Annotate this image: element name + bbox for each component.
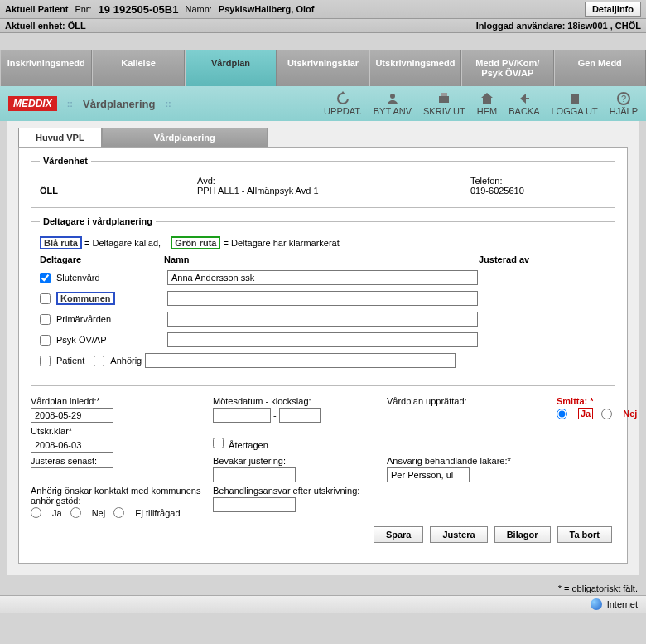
tel-value: 019-6025610 [470, 186, 524, 196]
toolbar-skrivut[interactable]: SKRIV UT [423, 91, 465, 116]
patient-label: Patient [56, 356, 84, 366]
svg-rect-2 [441, 93, 447, 96]
deltagare-check-1[interactable] [40, 293, 51, 304]
anhorig-label: Anhörig [110, 356, 142, 366]
svg-text:?: ? [621, 94, 626, 104]
motes-date-input[interactable] [213, 408, 271, 423]
deltagare-label-1: Kommunen [56, 293, 115, 303]
tabort-button[interactable]: Ta bort [557, 526, 612, 543]
smitta-label: Smitta: * [557, 396, 594, 406]
avd-value: PPH ALL1 - Allmänpsyk Avd 1 [197, 186, 319, 196]
justera-button[interactable]: Justera [430, 526, 487, 543]
toolbar-loggaut[interactable]: LOGGA UT [552, 91, 598, 116]
tab-5[interactable]: Medd PV/Kom/ Psyk ÖV/AP [461, 50, 553, 86]
blue-box-legend: Blå ruta [40, 236, 82, 249]
inner-tab-vardplanering[interactable]: Vårdplanering [102, 128, 268, 147]
atertagen-label: Återtagen [229, 440, 268, 450]
smitta-ja-label: Ja [578, 408, 593, 419]
toolbar-bytanv[interactable]: BYT ANV [374, 91, 412, 116]
pnr-value: 19 192505-05B1 [99, 3, 179, 16]
inner-tab-huvud[interactable]: Huvud VPL [18, 128, 102, 147]
deltagare-input-0[interactable] [167, 270, 478, 285]
tab-2[interactable]: Vårdplan [185, 50, 277, 86]
globe-icon [591, 598, 602, 610]
unit-label: Aktuell enhet: ÖLL [5, 21, 86, 31]
smitta-nej-radio[interactable] [601, 409, 612, 419]
deltagare-input-3[interactable] [167, 332, 478, 347]
deltagare-input-1[interactable] [167, 291, 478, 306]
status-text: Internet [607, 599, 638, 609]
mandatory-note: * = obligatoriskt fält. [0, 582, 646, 595]
justeras-input[interactable] [31, 467, 113, 482]
inledd-label: Vårdplan inledd:* [31, 396, 205, 406]
name-label: Namn: [185, 4, 211, 14]
deltagare-check-0[interactable] [40, 273, 51, 283]
inledd-input[interactable] [31, 408, 113, 423]
spara-button[interactable]: Spara [374, 526, 424, 543]
unit-value: ÖLL [40, 186, 58, 196]
tab-1[interactable]: Kallelse [92, 50, 184, 86]
bevakar-input[interactable] [213, 467, 296, 482]
toolbar-backa[interactable]: BACKA [509, 91, 539, 116]
patient-checkbox[interactable] [40, 356, 51, 366]
toolbar-hjlp[interactable]: ?HJÄLP [610, 91, 638, 116]
bilagor-button[interactable]: Bilagor [494, 526, 551, 543]
deltagare-input-2[interactable] [167, 312, 478, 327]
atertagen-checkbox[interactable] [213, 438, 224, 448]
motes-time-input[interactable] [279, 408, 321, 423]
svg-point-0 [390, 94, 395, 99]
deltagare-label-0: Slutenvård [56, 273, 100, 283]
tab-4[interactable]: Utskrivningsmedd [369, 50, 461, 86]
motes-label: Mötesdatum - klockslag: [213, 396, 378, 406]
toolbar-uppdat[interactable]: UPPDAT. [324, 91, 362, 116]
patient-anhorig-input[interactable] [145, 353, 456, 368]
deltagare-check-2[interactable] [40, 314, 51, 325]
tab-3[interactable]: Utskrivningsklar [277, 50, 369, 86]
justeras-label: Justeras senast: [31, 456, 205, 466]
green-text: = Deltagare har klarmarkerat [220, 238, 339, 248]
pnr-label: Pnr: [75, 4, 91, 14]
anh-ej-radio[interactable] [113, 507, 124, 518]
logo: MEDDIX [8, 96, 57, 111]
svg-rect-3 [571, 94, 579, 104]
deltagare-check-3[interactable] [40, 335, 51, 346]
avd-label: Avd: [197, 176, 215, 186]
col-deltagare: Deltagare [40, 254, 164, 264]
tab-0[interactable]: Inskrivningsmedd [0, 50, 92, 86]
ansvarig-input[interactable] [387, 467, 470, 482]
tab-6[interactable]: Gen Medd [554, 50, 646, 86]
toolbar-title: Vårdplanering [83, 98, 155, 110]
green-box-legend: Grön ruta [171, 236, 220, 249]
utskr-input[interactable] [31, 438, 113, 453]
anhorig-checkbox[interactable] [94, 356, 104, 366]
uppr-label: Vårdplan upprättad: [387, 396, 548, 406]
patient-label: Aktuell Patient [5, 4, 68, 14]
user-label: Inloggad användare: 18isw001 , CHÖL [476, 21, 641, 31]
tel-label: Telefon: [470, 176, 503, 186]
anh-ja-radio[interactable] [31, 507, 41, 518]
behandling-input[interactable] [213, 497, 296, 512]
name-value: PsykIswHallberg, Olof [219, 4, 315, 14]
detail-button[interactable]: Detaljinfo [585, 2, 641, 17]
utskr-label: Utskr.klar* [31, 426, 205, 436]
blue-text: = Deltagare kallad, [82, 238, 161, 248]
bevakar-label: Bevakar justering: [213, 456, 378, 466]
anh-nej-radio[interactable] [70, 507, 81, 518]
deltagare-label-3: Psyk ÖV/AP [56, 335, 107, 345]
deltagare-label-2: Primärvården [56, 314, 111, 324]
deltagare-legend: Deltagare i vårdplanering [40, 216, 156, 226]
ansvarig-label: Ansvarig behandlande läkare:* [387, 456, 637, 466]
anhorig-kontakt-label: Anhörig önskar konktakt med kommunens an… [31, 486, 205, 506]
col-justerad: Justerad av [479, 254, 606, 264]
col-namn: Namn [164, 254, 479, 264]
smitta-ja-radio[interactable] [557, 409, 567, 419]
smitta-nej-label: Nej [623, 409, 637, 419]
svg-rect-1 [439, 96, 449, 103]
behandling-label: Behandlingsansvar efter utskrivning: [213, 486, 378, 496]
toolbar-hem[interactable]: HEM [477, 91, 497, 116]
vardenhet-legend: Vårdenhet [40, 156, 91, 166]
